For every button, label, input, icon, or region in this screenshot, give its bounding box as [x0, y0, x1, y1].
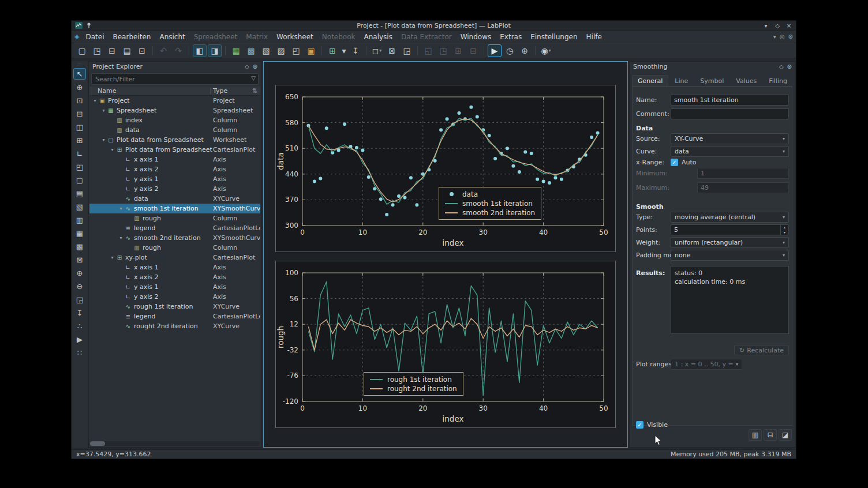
vertical-layout-button[interactable]: ▥	[73, 214, 86, 226]
add-datapicker-button[interactable]: ◰	[289, 44, 303, 57]
menu-datei[interactable]: Datei	[81, 32, 108, 42]
add-text-label-button[interactable]: ▤	[73, 187, 86, 199]
add-image-button[interactable]: ▧	[73, 201, 86, 212]
open-project-button[interactable]: ◳	[90, 44, 104, 57]
tree-row[interactable]: ▥roughColumn	[89, 213, 260, 223]
add-matrix-button[interactable]: ▩	[244, 44, 258, 57]
tree-row[interactable]: ▾∿smooth 2nd iterationXYSmoothCurve	[89, 233, 260, 243]
tree-row[interactable]: ∿rough 1st iterationXYCurve	[89, 302, 260, 311]
filter-icon[interactable]: ▽	[251, 75, 256, 81]
tree-row[interactable]: ∟y axis 1Axis	[89, 282, 260, 292]
zoom-in-button[interactable]: ⊕	[73, 267, 86, 279]
zoom-fit-button[interactable]: ◲	[73, 294, 86, 305]
column-header-name[interactable]: Name	[98, 87, 116, 95]
crosshair-button[interactable]: ⊕	[518, 44, 532, 57]
save-project-button[interactable]: ⊟	[105, 44, 119, 57]
tree-row[interactable]: ∟x axis 2Axis	[89, 164, 260, 174]
spinner-arrows[interactable]: ▴▾	[780, 225, 788, 235]
name-input[interactable]	[671, 95, 789, 106]
tree-row[interactable]: ▥dataColumn	[89, 125, 260, 135]
menubar-collapse-icon[interactable]: ▾	[773, 33, 776, 40]
curve-dropdown[interactable]: data ▾	[671, 146, 789, 157]
toolbar-drag-handle[interactable]: ∷	[78, 63, 81, 66]
expander-icon[interactable]: ▾	[109, 147, 115, 152]
close-panel-icon[interactable]: ⊗	[253, 63, 257, 70]
toggle-properties-explorer-button[interactable]: ◨	[208, 44, 222, 57]
shade-button[interactable]: ▾	[762, 22, 769, 29]
tree-column-header[interactable]: Name Type ⇅	[89, 87, 260, 96]
close-dock-icon[interactable]: ⊗	[787, 63, 792, 70]
expander-icon[interactable]: ▾	[109, 255, 115, 260]
column-header-type[interactable]: Type	[213, 87, 227, 95]
visible-checkbox[interactable]: ✓	[636, 421, 643, 429]
history-button[interactable]: ◷	[503, 44, 517, 57]
add-worksheet-button[interactable]: ▧	[259, 44, 273, 57]
presenter-mode-button[interactable]: ▶	[73, 333, 86, 345]
tree-row[interactable]: ∟y axis 2Axis	[89, 292, 260, 302]
tree-row[interactable]: ∟x axis 2Axis	[89, 272, 260, 282]
source-dropdown[interactable]: XY-Curve ▾	[671, 133, 789, 144]
start-live-update-button[interactable]: ▶	[488, 44, 502, 57]
expander-icon[interactable]: ▾	[118, 235, 124, 241]
padding-mode-dropdown[interactable]: none ▾	[671, 250, 789, 261]
export-worksheet-button[interactable]: ↧	[73, 307, 86, 318]
cursor-lines-button[interactable]: ∴	[73, 320, 86, 332]
tree-row[interactable]: ∟y axis 2Axis	[89, 184, 260, 194]
plot-data-from-spreadsheet[interactable]: 01020304050300370440510580650indexdatada…	[275, 85, 616, 252]
expander-icon[interactable]: ▾	[92, 98, 98, 103]
menubar-close-icon[interactable]: ⊗	[788, 33, 793, 40]
xy-plot[interactable]: 01020304050-120-76-321256100indexroughro…	[275, 261, 616, 428]
tree-row[interactable]: ▥roughColumn	[89, 243, 260, 253]
zoom-x-tool-button[interactable]: ⊟	[73, 108, 86, 119]
menu-analysis[interactable]: Analysis	[360, 32, 396, 42]
tab-filling[interactable]: Filling	[763, 75, 793, 86]
worksheet-view[interactable]: 01020304050300370440510580650indexdatada…	[263, 61, 628, 448]
type-dropdown[interactable]: moving average (central) ▾	[671, 212, 789, 223]
tree-row[interactable]: ▾⊞Plot data from SpreadsheetCartesianPlo…	[89, 145, 260, 155]
tree-row[interactable]: ∟y axis 1Axis	[89, 174, 260, 184]
menu-hilfe[interactable]: Hilfe	[582, 32, 606, 42]
more-tools-button[interactable]: ∷	[73, 347, 86, 358]
menu-bearbeiten[interactable]: Bearbeiten	[108, 32, 155, 42]
tab-general[interactable]: General	[632, 75, 668, 86]
add-plot-two-axes-button[interactable]: ∟	[73, 148, 86, 159]
expander-icon[interactable]: ▾	[100, 137, 107, 142]
template-save-default-button[interactable]: ◪	[779, 429, 792, 441]
zoom-y-tool-button[interactable]: ◫	[73, 121, 86, 133]
auto-checkbox[interactable]: ✓	[671, 159, 678, 166]
tree-row[interactable]: ▾∿smooth 1st iterationXYSmoothCurve	[89, 204, 260, 213]
points-spinner[interactable]: ▴▾	[671, 224, 789, 235]
menubar-target-icon[interactable]: ◎	[780, 33, 785, 40]
pin-icon[interactable]	[86, 22, 93, 29]
new-plot-button[interactable]: ⊞	[326, 44, 339, 57]
float-dock-icon[interactable]: ◇	[779, 63, 784, 70]
tree-row[interactable]: ▥indexColumn	[89, 115, 260, 125]
search-input[interactable]	[91, 73, 259, 85]
tree-row[interactable]: ▾⊞xy-plotCartesianPlot	[89, 253, 260, 262]
add-plot-centered-button[interactable]: ◰	[73, 161, 86, 172]
tab-values[interactable]: Values	[730, 75, 762, 86]
print-button[interactable]: ▤	[120, 44, 134, 57]
tree-row[interactable]: ∿dataXYCurve	[89, 194, 260, 204]
tree-row[interactable]: ∟x axis 1Axis	[89, 262, 260, 272]
add-plot-box-button[interactable]: ▢	[73, 174, 86, 186]
spin-up-icon[interactable]: ▴	[781, 225, 788, 230]
horizontal-scrollbar[interactable]	[90, 441, 260, 446]
float-panel-icon[interactable]: ◇	[245, 63, 249, 70]
weight-dropdown[interactable]: uniform (rectangular) ▾	[671, 237, 789, 248]
add-plot-four-axes-button[interactable]: ⊞	[73, 134, 86, 146]
menu-extras[interactable]: Extras	[496, 32, 526, 42]
template-save-button[interactable]: ⊟	[764, 429, 777, 441]
crosshair-tool-button[interactable]: ⊕	[73, 81, 86, 93]
zoom-out-button[interactable]: ⊖	[73, 280, 86, 292]
points-input[interactable]	[671, 226, 780, 234]
import-data-button[interactable]: ↧	[349, 44, 362, 57]
tree-row[interactable]: ▾▦SpreadsheetSpreadsheet	[89, 106, 260, 115]
menu-worksheet[interactable]: Worksheet	[272, 32, 317, 42]
sort-icon[interactable]: ⇅	[252, 87, 257, 95]
comment-input[interactable]	[671, 108, 789, 119]
break-layout-button[interactable]: ⊠	[73, 254, 86, 265]
tree-row[interactable]: ≣legendCartesianPlotLegend	[89, 311, 260, 321]
spin-down-icon[interactable]: ▾	[781, 230, 788, 235]
tree-row[interactable]: ≣legendCartesianPlotLegend	[89, 223, 260, 233]
